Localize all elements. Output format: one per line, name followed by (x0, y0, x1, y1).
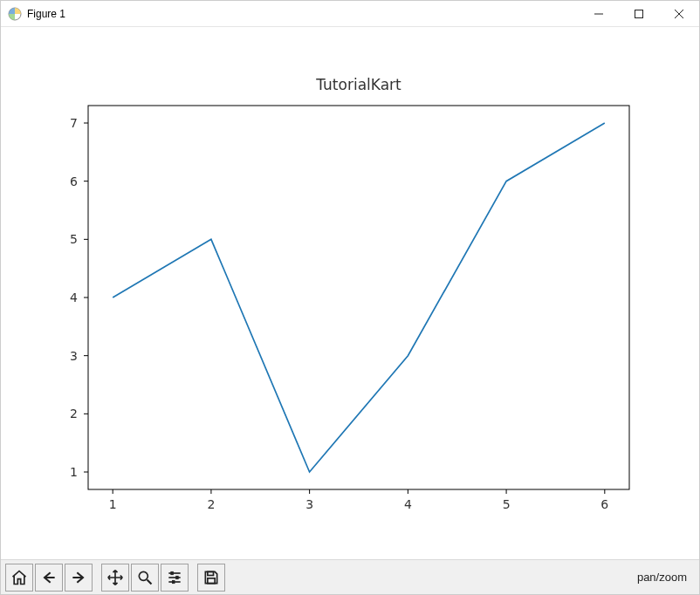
back-button[interactable] (35, 564, 63, 592)
x-tick-label: 6 (600, 497, 608, 511)
y-tick-label: 2 (70, 407, 78, 421)
navigation-toolbar: pan/zoom (1, 559, 699, 594)
chart: TutorialKart1234561234567 (1, 27, 699, 559)
save-icon (202, 569, 220, 586)
pan-button[interactable] (101, 564, 129, 592)
y-tick-label: 1 (70, 465, 78, 479)
forward-button[interactable] (65, 564, 93, 592)
window-title: Figure 1 (27, 8, 65, 20)
save-button[interactable] (197, 564, 225, 592)
magnifier-icon (136, 569, 154, 586)
svg-rect-26 (208, 571, 214, 575)
y-tick-label: 4 (70, 291, 78, 304)
arrow-right-icon (70, 569, 87, 586)
svg-point-18 (139, 571, 148, 580)
x-tick-label: 1 (109, 497, 117, 511)
x-tick-label: 2 (207, 497, 215, 511)
arrow-left-icon (40, 569, 58, 586)
home-icon (10, 569, 28, 586)
move-icon (106, 569, 124, 586)
svg-rect-25 (173, 580, 175, 583)
svg-rect-23 (171, 571, 174, 574)
plot-canvas[interactable]: TutorialKart1234561234567 (1, 27, 699, 559)
svg-rect-27 (208, 578, 215, 583)
x-tick-label: 4 (404, 497, 412, 511)
window-titlebar: Figure 1 (1, 1, 699, 27)
minimize-button[interactable] (579, 1, 619, 27)
x-tick-label: 5 (503, 497, 511, 511)
home-button[interactable] (5, 564, 33, 592)
axes-frame (88, 106, 629, 489)
svg-rect-2 (635, 10, 643, 17)
configure-button[interactable] (161, 564, 189, 592)
y-tick-label: 6 (70, 174, 78, 188)
toolbar-status: pan/zoom (637, 571, 696, 584)
maximize-button[interactable] (619, 1, 659, 27)
chart-title: TutorialKart (315, 76, 401, 93)
svg-line-19 (148, 579, 152, 584)
y-tick-label: 7 (70, 116, 78, 130)
app-icon (8, 7, 22, 21)
x-tick-label: 3 (305, 497, 313, 511)
y-tick-label: 3 (70, 349, 78, 363)
series-line (113, 123, 605, 472)
y-tick-label: 5 (70, 232, 78, 246)
sliders-icon (166, 569, 183, 586)
close-button[interactable] (659, 1, 699, 27)
svg-rect-24 (176, 576, 179, 578)
zoom-button[interactable] (131, 564, 159, 592)
